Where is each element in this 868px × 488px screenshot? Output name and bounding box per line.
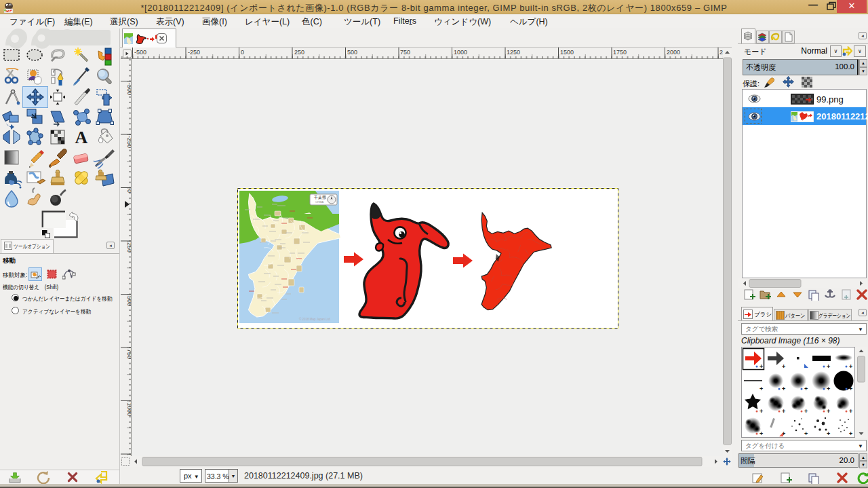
svg-text:+: + xyxy=(760,408,763,415)
svg-text:+: + xyxy=(782,408,785,415)
svg-text:+: + xyxy=(827,386,830,392)
svg-text:+: + xyxy=(782,363,785,370)
svg-text:+: + xyxy=(827,408,830,415)
svg-text:A: A xyxy=(75,128,88,147)
svg-text:+: + xyxy=(804,430,808,437)
svg-text:+: + xyxy=(760,430,763,437)
svg-text:+: + xyxy=(827,430,830,437)
svg-text:+: + xyxy=(849,430,852,437)
svg-text:+: + xyxy=(849,408,852,415)
svg-text:+: + xyxy=(827,363,830,370)
svg-text:CHIBA: CHIBA xyxy=(315,200,324,204)
svg-text:+: + xyxy=(849,363,852,370)
svg-text:+: + xyxy=(782,386,785,392)
svg-text:+: + xyxy=(760,386,763,392)
svg-text:千葉県: 千葉県 xyxy=(313,195,326,200)
svg-text:+: + xyxy=(849,386,852,392)
svg-text:+: + xyxy=(804,386,808,392)
svg-text:+: + xyxy=(760,363,763,370)
svg-text:© 2018 Map Japan Ltd.: © 2018 Map Japan Ltd. xyxy=(299,317,331,321)
svg-text:+: + xyxy=(804,408,808,415)
